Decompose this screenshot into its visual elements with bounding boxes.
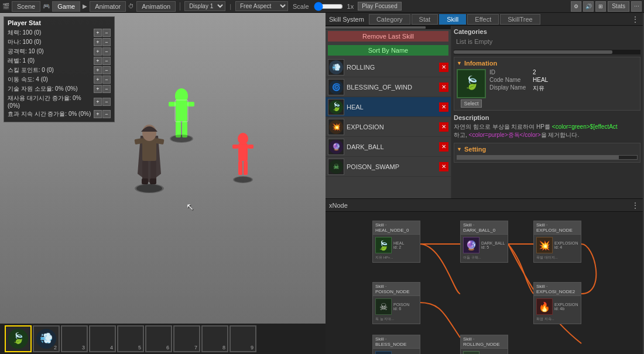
info-displayname-val: 지유 [533, 84, 544, 92]
desc-green-text: <color=green>$[effectAct [552, 123, 618, 130]
explosion-icon: 💥 [328, 119, 344, 135]
scale-slider[interactable] [314, 4, 343, 9]
node-poison-details: 독 늪 지대... [374, 316, 419, 322]
info-id-val: 2 [533, 69, 536, 75]
node-poison-header: Skill · POISON_NODE [373, 283, 420, 296]
list-item-blessing[interactable]: 🌀 BLESSING_OF_WIND ✕ [326, 77, 451, 97]
stat-sp-plus[interactable]: + [94, 66, 102, 74]
skill-tabs: Category Stat Skill Effect SkillTree [369, 14, 540, 25]
stat-dur-minus[interactable]: − [102, 110, 111, 118]
skill-slot-8[interactable]: 8 [201, 325, 228, 352]
audio-icon[interactable]: 🔊 [583, 1, 594, 12]
stat-row-lvl: 레벨: 1 (0) + − [8, 57, 111, 65]
node-heal[interactable]: Skill · HEAL_NODE_0 🍃 HEALid: 2 지유 HP+..… [372, 221, 420, 263]
skill-items-list: 💨 ROLLING ✕ 🌀 BLESSING_OF_WIND ✕ [326, 57, 451, 198]
stat-spd-minus[interactable]: − [102, 75, 111, 84]
scale-value: 1x [347, 3, 354, 10]
skill-slot-6[interactable]: 6 [145, 325, 172, 352]
stat-sp-label: 스킬 포인트: 0 (0) [8, 66, 94, 74]
node-poison-body: ☠ POISONid: 6 독 늪 지대... [373, 296, 420, 324]
node-darkball[interactable]: Skill · DARK_BALL_0 🔮 DARK_BALLid: 5 어둠 … [460, 221, 508, 263]
tab-animation[interactable]: Animation [136, 1, 176, 12]
tab-scene[interactable]: Scene [12, 1, 40, 12]
node-darkball-text: DARK_BALLid: 5 [481, 241, 505, 249]
skill-slot-1[interactable]: 🍃 [5, 325, 32, 352]
stat-lvl-label: 레벨: 1 (0) [8, 57, 94, 65]
node-blessing[interactable]: Skill · BLESS_NODE 🌀 BLESSINGid: 2b 바람 축… [372, 335, 420, 354]
poison-delete-button[interactable]: ✕ [439, 162, 448, 171]
stat-atk-controls: + − [94, 47, 111, 56]
list-item-heal[interactable]: 🍃 HEAL ✕ [326, 97, 451, 117]
info-row-codename: Code Name HEAL [489, 77, 638, 83]
stat-hp-label: 체력: 100 (0) [8, 29, 94, 37]
list-item-explosion[interactable]: 💥 EXPLOSION ✕ [326, 117, 451, 137]
skill-slot-3[interactable]: 3 [61, 325, 88, 352]
tab-skill[interactable]: Skill [439, 14, 466, 25]
node-darkball-icon: 🔮 [463, 237, 479, 253]
tab-game[interactable]: Game [52, 1, 80, 12]
tab-effect[interactable]: Effect [467, 14, 499, 25]
panel-scroll-indicator [454, 50, 640, 54]
info-select-button[interactable]: Select [461, 99, 481, 108]
display-dropdown[interactable]: Display 1 [184, 1, 225, 11]
main-layout: Player Stat 체력: 100 (0) + − 마나: 100 (0) … [0, 13, 644, 354]
skill-slot-4[interactable]: 4 [89, 325, 116, 352]
explosion-delete-button[interactable]: ✕ [439, 122, 448, 132]
svg-text:💥: 💥 [332, 122, 341, 131]
stat-cd-plus[interactable]: + [94, 98, 102, 106]
skill-slot-2[interactable]: 💨 2 [33, 325, 60, 352]
aspect-dropdown[interactable]: Free Aspect [235, 1, 288, 11]
game-icon: 🎮 [43, 3, 50, 9]
skill-slot-7[interactable]: 7 [173, 325, 200, 352]
info-header: Infomation [457, 60, 638, 67]
node-poison[interactable]: Skill · POISON_NODE ☠ POISONid: 6 독 늪 지대… [372, 282, 420, 324]
tab-category[interactable]: Category [369, 14, 410, 25]
stat-hp-plus[interactable]: + [94, 29, 102, 37]
sort-by-name-button[interactable]: Sort By Name [328, 45, 448, 56]
stat-sp-minus[interactable]: − [102, 66, 111, 74]
stat-atk-plus[interactable]: + [94, 47, 102, 56]
play-button[interactable]: Play Focused [358, 2, 402, 11]
darkball-delete-button[interactable]: ✕ [439, 142, 448, 152]
stat-lvl-plus[interactable]: + [94, 57, 102, 65]
stat-atk-minus[interactable]: − [102, 47, 111, 56]
xnode-title: xNode [329, 202, 348, 209]
node-explosion-top[interactable]: Skill · EXPLOSI_NODE 💥 EXPLOSIONid: 4 폭발… [533, 221, 581, 263]
stat-cd-minus[interactable]: − [102, 98, 111, 106]
heal-delete-button[interactable]: ✕ [439, 102, 448, 112]
info-displayname-key: Display Name [489, 84, 530, 92]
xnode-canvas[interactable]: Skill · HEAL_NODE_0 🍃 HEALid: 2 지유 HP+..… [326, 212, 643, 354]
node-explosion-bot[interactable]: Skill · EXPLOSI_NODE2 🔥 EXPLOSIONid: 4b … [533, 282, 581, 324]
list-item-darkball[interactable]: 🔮 DARK_BALL ✕ [326, 137, 451, 157]
stat-hp-minus[interactable]: − [102, 29, 111, 37]
rolling-delete-button[interactable]: ✕ [439, 63, 448, 72]
stat-spd-plus[interactable]: + [94, 75, 102, 84]
skill-slot-5[interactable]: 5 [117, 325, 144, 352]
node-explosion-bot-body: 🔥 EXPLOSIONid: 4b 화염 지속... [534, 296, 581, 324]
stat-mp-minus[interactable]: − [102, 38, 111, 46]
stat-cost-plus[interactable]: + [94, 85, 102, 93]
setting-scroll[interactable] [457, 155, 638, 160]
tab-animator[interactable]: Animator [90, 1, 126, 12]
layout-icon[interactable]: ⊞ [595, 1, 606, 12]
tab-skilltree[interactable]: SkillTree [500, 14, 540, 25]
xnode-more-icon[interactable]: ⋮ [631, 201, 639, 210]
svg-text:💨: 💨 [332, 63, 341, 71]
skill-slot-9[interactable]: 9 [229, 325, 256, 352]
node-rolling[interactable]: Skill · ROLLING_NODE 💨 ROLLINGid: 1 구르기 … [460, 335, 508, 354]
stat-cost-minus[interactable]: − [102, 85, 111, 93]
remove-last-skill-button[interactable]: Remove Last Skill [328, 31, 448, 42]
list-item-poison[interactable]: ☠ POISON_SWAMP ✕ [326, 157, 451, 177]
stat-lvl-minus[interactable]: − [102, 57, 111, 65]
skill-header-more-icon[interactable]: ⋮ [631, 15, 639, 24]
svg-text:🍃: 🍃 [12, 332, 25, 345]
list-item-rolling[interactable]: 💨 ROLLING ✕ [326, 57, 451, 77]
blessing-delete-button[interactable]: ✕ [439, 83, 448, 92]
tab-stat[interactable]: Stat [412, 14, 439, 25]
layers-icon[interactable]: ⋯ [631, 1, 642, 12]
stats-button[interactable]: Stats [608, 1, 629, 12]
stat-mp-plus[interactable]: + [94, 38, 102, 46]
stat-dur-plus[interactable]: + [94, 110, 102, 118]
scene-icon: 🎬 [2, 3, 9, 9]
settings-icon[interactable]: ⚙ [571, 1, 581, 12]
